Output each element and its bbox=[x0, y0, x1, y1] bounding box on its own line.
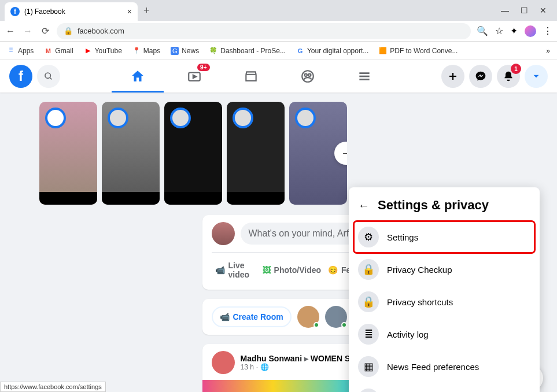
groups-icon bbox=[300, 69, 315, 84]
reload-icon[interactable]: ⟳ bbox=[39, 25, 51, 36]
tab-home[interactable] bbox=[112, 60, 164, 93]
lock-icon: 🔒 bbox=[64, 27, 73, 35]
back-arrow-icon[interactable]: ← bbox=[358, 199, 370, 212]
story-item[interactable] bbox=[164, 102, 222, 205]
bookmark-star-icon[interactable]: ☆ bbox=[495, 25, 503, 36]
svg-point-5 bbox=[308, 74, 311, 76]
list-icon: ≣ bbox=[358, 324, 379, 345]
facebook-favicon: f bbox=[10, 7, 20, 16]
menu-dots-icon[interactable]: ⋮ bbox=[543, 25, 552, 36]
create-room-button[interactable]: 📹Create Room bbox=[212, 306, 292, 327]
menu-item-privacy-checkup[interactable]: 🔒 Privacy Checkup bbox=[353, 253, 535, 286]
settings-privacy-dropdown: ← Settings & privacy ⚙ Settings 🔒 Privac… bbox=[349, 187, 540, 392]
new-tab-button[interactable]: + bbox=[143, 5, 150, 17]
smiley-icon: 😊 bbox=[328, 265, 338, 275]
globe-icon: 🌐 bbox=[260, 363, 269, 371]
post-author[interactable]: Madhu Sonwani bbox=[241, 354, 303, 363]
notifications-button[interactable]: 1 bbox=[497, 65, 520, 88]
plus-icon bbox=[448, 71, 458, 82]
notification-badge: 1 bbox=[511, 64, 521, 74]
tab-marketplace[interactable] bbox=[225, 60, 277, 93]
search-icon bbox=[44, 72, 53, 81]
svg-point-3 bbox=[302, 71, 313, 82]
menu-item-activity-log[interactable]: ≣ Activity log bbox=[353, 318, 535, 350]
room-contact-avatar[interactable] bbox=[325, 306, 347, 328]
bookmark-pdf[interactable]: 🟧PDF to Word Conve... bbox=[379, 47, 458, 55]
hamburger-icon bbox=[357, 69, 372, 84]
story-item[interactable] bbox=[102, 102, 160, 205]
search-button[interactable] bbox=[37, 65, 60, 88]
user-avatar[interactable] bbox=[212, 222, 235, 245]
back-icon[interactable]: ← bbox=[5, 26, 16, 36]
svg-point-0 bbox=[45, 73, 50, 78]
close-window-icon[interactable]: ✕ bbox=[540, 6, 547, 15]
bookmarks-bar: ⠿Apps MGmail ▶YouTube 📍Maps GNews 🍀Dashb… bbox=[0, 42, 557, 60]
zoom-icon[interactable]: 🔍 bbox=[477, 25, 488, 36]
post-time: 13 h bbox=[241, 363, 254, 371]
chevron-down-icon bbox=[531, 71, 541, 82]
bookmarks-overflow-icon[interactable]: » bbox=[546, 47, 550, 55]
url-text: facebook.com bbox=[78, 27, 124, 35]
messenger-icon bbox=[475, 71, 486, 82]
maximize-icon[interactable]: ☐ bbox=[521, 6, 528, 15]
tab-groups[interactable] bbox=[282, 60, 334, 93]
menu-item-news-feed-preferences[interactable]: ▦ News Feed preferences bbox=[353, 350, 535, 383]
feed-icon: ▦ bbox=[358, 356, 379, 377]
lock-icon: 🔒 bbox=[358, 291, 379, 312]
account-button[interactable] bbox=[525, 65, 548, 88]
menu-item-settings[interactable]: ⚙ Settings bbox=[353, 221, 535, 253]
home-icon bbox=[130, 69, 145, 84]
forward-icon[interactable]: → bbox=[22, 26, 34, 36]
story-item[interactable]: → bbox=[289, 102, 347, 205]
stories-next-button[interactable]: → bbox=[334, 142, 347, 165]
menu-item-privacy-shortcuts[interactable]: 🔒 Privacy shortcuts bbox=[353, 286, 535, 318]
bookmark-youtube[interactable]: ▶YouTube bbox=[84, 47, 122, 55]
browser-toolbar: ← → ⟳ 🔒 facebook.com 🔍 ☆ ✦ ⋮ bbox=[0, 21, 557, 42]
svg-point-4 bbox=[304, 74, 307, 76]
minimize-icon[interactable]: — bbox=[501, 6, 509, 15]
watch-icon bbox=[187, 69, 202, 84]
post-author-avatar[interactable] bbox=[212, 351, 235, 374]
story-item[interactable] bbox=[227, 102, 285, 205]
video-icon: 📹 bbox=[215, 265, 225, 275]
bookmark-digital[interactable]: GYour digital opport... bbox=[296, 47, 368, 55]
bookmark-maps[interactable]: 📍Maps bbox=[132, 47, 160, 55]
menu-item-language[interactable]: 🌐 Language bbox=[353, 383, 535, 392]
tab-title: (1) Facebook bbox=[24, 8, 123, 16]
facebook-logo[interactable]: f bbox=[9, 65, 32, 88]
browser-chrome: f (1) Facebook × + — ☐ ✕ ← → ⟳ 🔒 faceboo… bbox=[0, 0, 557, 60]
post-separator-icon: ▸ bbox=[304, 354, 308, 363]
svg-line-1 bbox=[50, 77, 51, 79]
close-tab-icon[interactable]: × bbox=[127, 7, 132, 16]
bookmark-news[interactable]: GNews bbox=[171, 47, 199, 55]
dropdown-title: Settings & privacy bbox=[378, 198, 489, 213]
lock-icon: 🔒 bbox=[358, 259, 379, 280]
extensions-icon[interactable]: ✦ bbox=[510, 25, 518, 36]
photo-icon: 🖼 bbox=[263, 265, 271, 275]
create-button[interactable] bbox=[441, 65, 464, 88]
tab-menu[interactable] bbox=[338, 60, 390, 93]
titlebar: f (1) Facebook × + — ☐ ✕ bbox=[0, 0, 557, 21]
browser-tab[interactable]: f (1) Facebook × bbox=[5, 2, 138, 21]
watch-badge: 9+ bbox=[197, 64, 209, 71]
gear-icon: ⚙ bbox=[358, 227, 379, 247]
live-video-button[interactable]: 📹Live video bbox=[212, 257, 259, 283]
camera-icon: 📹 bbox=[220, 312, 230, 321]
globe-icon: 🌐 bbox=[358, 389, 379, 392]
status-bar-link: https://www.facebook.com/settings bbox=[0, 382, 106, 392]
tab-watch[interactable]: 9+ bbox=[168, 60, 220, 93]
address-bar[interactable]: 🔒 facebook.com bbox=[57, 23, 471, 39]
profile-avatar-icon[interactable] bbox=[525, 25, 536, 37]
bookmark-dashboard[interactable]: 🍀Dashboard - ProSe... bbox=[209, 47, 286, 55]
marketplace-icon bbox=[244, 69, 259, 84]
content-area: → What's on your mind, Arfa? 📹Live video… bbox=[0, 93, 557, 392]
story-item[interactable] bbox=[39, 102, 97, 205]
photo-video-button[interactable]: 🖼Photo/Video bbox=[259, 257, 324, 283]
bookmark-apps[interactable]: ⠿Apps bbox=[7, 47, 34, 55]
messenger-button[interactable] bbox=[469, 65, 492, 88]
bookmark-gmail[interactable]: MGmail bbox=[44, 47, 73, 55]
facebook-header: f 9+ 1 bbox=[0, 60, 557, 93]
room-contact-avatar[interactable] bbox=[297, 306, 319, 328]
